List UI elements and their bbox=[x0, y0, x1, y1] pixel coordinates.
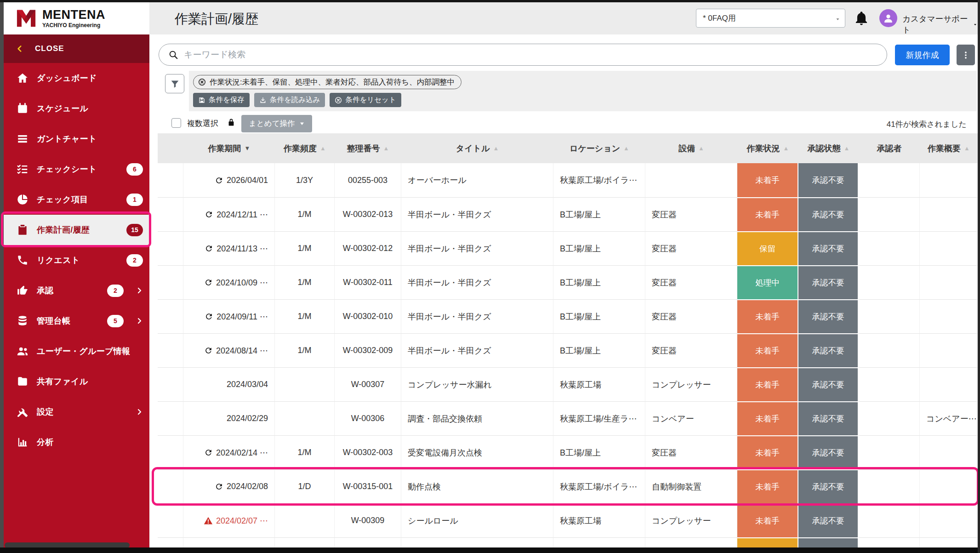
table-row-9[interactable]: 2024/02/081/DW-00315-001動作点検秋葉原工場/ボイラ⋯自動… bbox=[158, 469, 978, 503]
equipment-cell: コンプレッサー bbox=[645, 367, 737, 401]
work-period: 2024/03/04 bbox=[227, 380, 268, 389]
window-frame-right bbox=[978, 0, 980, 553]
sidebar-badge: 1 bbox=[126, 194, 143, 206]
summary-cell bbox=[920, 333, 978, 367]
column-header-2[interactable]: 作業頻度▲ bbox=[275, 133, 335, 163]
table-row-10[interactable]: 2024/02/07 ⋯W-00309シールロール秋葉原工場コンプレッサー未着手… bbox=[158, 503, 978, 537]
table-row-4[interactable]: 2024/09/11 ⋯1/MW-00302-010半田ボール・半田クズB工場/… bbox=[158, 299, 978, 333]
sidebar-badge: 5 bbox=[107, 315, 124, 327]
sidebar-item-2[interactable]: ガントチャート bbox=[4, 124, 149, 154]
table-row-6[interactable]: 2024/03/04W-00307コンプレッサー水漏れ秋葉原工場コンプレッサー未… bbox=[158, 367, 978, 401]
column-label: 設備 bbox=[678, 143, 695, 154]
equipment-cell: 変圧器 bbox=[645, 435, 737, 469]
location-cell: B工場/屋上 bbox=[553, 197, 645, 231]
sidebar-item-label: チェック項目 bbox=[37, 194, 88, 205]
row-select-cell bbox=[158, 265, 183, 299]
column-header-5[interactable]: ロケーション▲ bbox=[553, 133, 645, 163]
number-cell: W-00302-010 bbox=[335, 299, 401, 333]
sidebar-item-10[interactable]: 共有ファイル bbox=[4, 366, 149, 397]
work-period: 2026/04/01 bbox=[227, 176, 268, 185]
work-period: 2024/12/11 ⋯ bbox=[217, 210, 268, 220]
location-cell: 秋葉原工場/生産ラ⋯ bbox=[553, 401, 645, 435]
column-header-9[interactable]: 承認者 bbox=[859, 133, 920, 163]
sidebar-item-5[interactable]: 作業計画/履歴15 bbox=[4, 215, 149, 245]
approval-cell: 承認不要 bbox=[798, 469, 859, 503]
sidebar-item-11[interactable]: 設定 bbox=[4, 397, 149, 427]
more-options-button[interactable] bbox=[957, 45, 975, 65]
refresh-icon bbox=[205, 312, 213, 321]
sidebar-item-0[interactable]: ダッシュボード bbox=[4, 63, 149, 93]
work-period-cell: 2024/02/08 bbox=[183, 469, 275, 503]
column-label: ロケーション bbox=[570, 143, 620, 154]
column-header-8[interactable]: 承認状態▲ bbox=[798, 133, 859, 163]
work-period: 2024/02/14 ⋯ bbox=[216, 448, 268, 458]
mentena-logo-icon bbox=[16, 9, 37, 28]
column-header-10[interactable]: 作業概要▲ bbox=[920, 133, 978, 163]
sidebar-item-7[interactable]: 承認2 bbox=[4, 275, 149, 306]
table-row-8[interactable]: 2024/02/14 ⋯1/MW-00302-003受変電設備月次点検B工場/屋… bbox=[158, 435, 978, 469]
filter-actions: 条件を保存 条件を読み込み 条件をリセット bbox=[193, 93, 977, 107]
workspace-selector[interactable]: * 0FAQ用 bbox=[696, 9, 845, 28]
column-label: 承認者 bbox=[877, 143, 902, 154]
phone-icon bbox=[17, 254, 28, 266]
work-period-cell: 2024/10/09 ⋯ bbox=[183, 265, 275, 299]
create-new-button[interactable]: 新規作成 bbox=[895, 45, 950, 65]
status-cell: 未着手 bbox=[737, 469, 798, 503]
sidebar-close-button[interactable]: CLOSE bbox=[4, 34, 149, 63]
table-row-1[interactable]: 2024/12/11 ⋯1/MW-00302-013半田ボール・半田クズB工場/… bbox=[158, 197, 978, 231]
search-input[interactable] bbox=[184, 50, 877, 60]
table-row-0[interactable]: 2026/04/011/3Y00255-003オーバーホール秋葉原工場/ボイラ⋯… bbox=[158, 163, 978, 197]
location-cell: 秋葉原工場/ボイラ⋯ bbox=[553, 163, 645, 197]
multi-select-checkbox[interactable] bbox=[171, 118, 181, 128]
refresh-icon bbox=[204, 346, 213, 355]
equipment-cell bbox=[645, 163, 737, 197]
sidebar-item-8[interactable]: 管理台帳5 bbox=[4, 306, 149, 336]
location-cell: 秋葉原工場 bbox=[553, 367, 645, 401]
approval-cell: 承認不要 bbox=[798, 435, 859, 469]
sidebar-item-12[interactable]: 分析 bbox=[4, 427, 149, 457]
table-row-3[interactable]: 2024/10/09 ⋯1/MW-00302-011半田ボール・半田クズB工場/… bbox=[158, 265, 978, 299]
sidebar-item-3[interactable]: チェックシート6 bbox=[4, 154, 149, 184]
search-box bbox=[159, 44, 887, 66]
sort-asc-icon: ▲ bbox=[320, 145, 326, 152]
frequency-cell: 1/M bbox=[275, 333, 335, 367]
column-header-7[interactable]: 作業状況▲ bbox=[737, 133, 798, 163]
bell-icon[interactable] bbox=[854, 11, 869, 26]
filter-button[interactable] bbox=[165, 74, 184, 93]
status-cell: 未着手 bbox=[737, 163, 798, 197]
remove-filter-icon[interactable] bbox=[198, 78, 206, 86]
summary-cell bbox=[920, 197, 978, 231]
multi-select-label: 複数選択 bbox=[187, 118, 218, 129]
sidebar-item-6[interactable]: リクエスト2 bbox=[4, 245, 149, 275]
work-period: 2024/09/11 ⋯ bbox=[217, 312, 268, 322]
equipment-cell: 変圧器 bbox=[645, 333, 737, 367]
save-conditions-button[interactable]: 条件を保存 bbox=[193, 93, 250, 107]
column-header-6[interactable]: 設備▲ bbox=[645, 133, 737, 163]
table-row-2[interactable]: 2024/11/13 ⋯1/MW-00302-012半田ボール・半田クズB工場/… bbox=[158, 231, 978, 265]
sidebar-item-4[interactable]: チェック項目1 bbox=[4, 184, 149, 215]
sidebar-item-1[interactable]: スケジュール bbox=[4, 93, 149, 124]
table-body: 2026/04/011/3Y00255-003オーバーホール秋葉原工場/ボイラ⋯… bbox=[158, 163, 978, 553]
sidebar-item-label: ガントチャート bbox=[37, 133, 97, 144]
filter-chip[interactable]: 作業状況:未着手、保留、処理中、業者対応、部品入荷待ち、内部調整中 bbox=[193, 75, 462, 89]
table-row-5[interactable]: 2024/08/14 ⋯1/MW-00302-009半田ボール・半田クズB工場/… bbox=[158, 333, 978, 367]
sort-asc-icon: ▲ bbox=[964, 145, 970, 152]
load-conditions-button[interactable]: 条件を読み込み bbox=[254, 93, 325, 107]
reset-conditions-label: 条件をリセット bbox=[345, 95, 396, 105]
bulk-action-button[interactable]: まとめて操作 bbox=[241, 115, 312, 132]
location-cell: B工場/屋上 bbox=[553, 299, 645, 333]
title-cell: コンプレッサー水漏れ bbox=[401, 367, 553, 401]
lock-icon bbox=[227, 118, 236, 127]
sidebar-item-label: 管理台帳 bbox=[37, 315, 70, 326]
column-header-3[interactable]: 整理番号▲ bbox=[335, 133, 401, 163]
table-row-7[interactable]: 2024/02/29W-00306調査・部品交換依頼秋葉原工場/生産ラ⋯コンベア… bbox=[158, 401, 978, 435]
reset-conditions-button[interactable]: 条件をリセット bbox=[330, 93, 401, 107]
work-period-cell: 2024/11/13 ⋯ bbox=[183, 231, 275, 265]
status-cell: 未着手 bbox=[737, 299, 798, 333]
summary-cell: コンベアー⋯ bbox=[920, 401, 978, 435]
sidebar-item-9[interactable]: ユーザー・グループ情報 bbox=[4, 336, 149, 366]
column-header-4[interactable]: タイトル▲ bbox=[401, 133, 553, 163]
column-header-1[interactable]: 作業期間▼ bbox=[183, 133, 275, 163]
avatar[interactable] bbox=[879, 9, 897, 27]
user-menu[interactable]: カスタマーサポート bbox=[902, 13, 978, 35]
